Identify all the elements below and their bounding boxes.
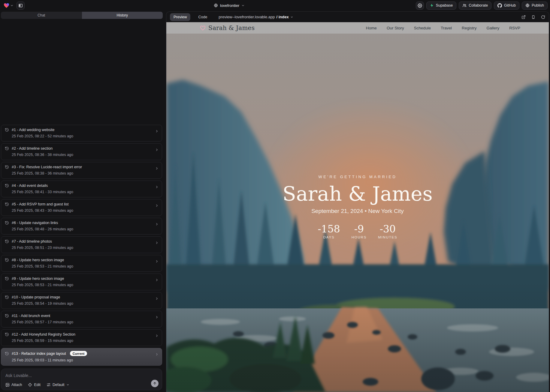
hero-section: WE'RE GETTING MARRIED Sarah & James Sept…: [166, 175, 549, 239]
target-icon: [28, 383, 32, 387]
site-nav-schedule[interactable]: Schedule: [414, 26, 431, 30]
chevron-down-icon: [10, 4, 14, 7]
history-icon: [5, 165, 9, 169]
history-list-item[interactable]: #1 - Add wedding website 25 Feb 2025, 08…: [1, 125, 162, 142]
chevron-right-icon: [155, 204, 159, 208]
countdown: -158DAYS-9HOURS-30MINUTES: [166, 224, 549, 239]
history-icon: [5, 332, 9, 337]
mode-select[interactable]: Default: [47, 383, 69, 387]
chevron-down-icon: [241, 4, 245, 7]
preview-url[interactable]: preview--lovefrontier.lovable.app / inde…: [219, 15, 293, 19]
hero-subtitle: September 21, 2024 • New York City: [166, 208, 549, 214]
site-nav-home[interactable]: Home: [366, 26, 377, 30]
chevron-right-icon: [155, 315, 159, 319]
preview-url-path: / index: [277, 15, 289, 19]
attach-button[interactable]: Attach: [5, 383, 22, 387]
history-icon: [5, 128, 9, 132]
history-list-item[interactable]: #4 - Add event details 25 Feb 2025, 08:4…: [1, 181, 162, 197]
history-icon: [5, 277, 9, 281]
chevron-right-icon: [155, 297, 159, 301]
history-item-timestamp: 25 Feb 2025, 09:03 - 11 minutes ago: [5, 358, 153, 362]
send-button[interactable]: [151, 380, 159, 387]
history-list-item[interactable]: #13 - Refactor index page layout Current…: [1, 348, 162, 366]
supabase-icon: [430, 3, 434, 7]
history-item-title: #5 - Add RSVP form and guest list: [12, 202, 68, 206]
refresh-icon[interactable]: [541, 15, 545, 19]
chevron-right-icon: [155, 166, 159, 170]
site-nav-registry[interactable]: Registry: [462, 26, 477, 30]
settings-button[interactable]: [416, 1, 424, 10]
edit-button[interactable]: Edit: [28, 383, 41, 387]
history-item-title: #7 - Add timeline photos: [12, 239, 52, 244]
mobile-view-icon[interactable]: [531, 15, 535, 19]
hero-eyebrow: WE'RE GETTING MARRIED: [166, 175, 549, 179]
globe-icon: [525, 3, 530, 7]
project-switcher[interactable]: lovefrontier: [214, 0, 245, 11]
history-item-timestamp: 25 Feb 2025, 08:59 - 15 minutes ago: [5, 339, 153, 343]
countdown-value: -9: [352, 224, 367, 234]
sidebar-toggle-button[interactable]: [17, 1, 25, 10]
history-list-item[interactable]: #2 - Add timeline section 25 Feb 2025, 0…: [1, 143, 162, 160]
collaborate-label: Collaborate: [469, 3, 488, 7]
history-item-timestamp: 25 Feb 2025, 08:43 - 30 minutes ago: [5, 208, 153, 213]
tab-history[interactable]: History: [82, 12, 163, 19]
countdown-label: MINUTES: [378, 235, 397, 239]
history-list-item[interactable]: #7 - Add timeline photos 25 Feb 2025, 08…: [1, 236, 162, 253]
history-item-title: #2 - Add timeline section: [12, 146, 53, 151]
history-list-item[interactable]: #11 - Add brunch event 25 Feb 2025, 08:5…: [1, 311, 162, 328]
history-list-item[interactable]: #9 - Update hero section image 25 Feb 20…: [1, 274, 162, 290]
history-list-item[interactable]: #8 - Update hero section image 25 Feb 20…: [1, 255, 162, 272]
history-item-title: #11 - Add brunch event: [12, 314, 50, 318]
countdown-value: -30: [378, 224, 397, 234]
history-icon: [5, 239, 9, 244]
tab-chat[interactable]: Chat: [1, 12, 82, 19]
preview-panel: Preview Code preview--lovefrontier.lovab…: [166, 11, 549, 392]
github-button[interactable]: GitHub: [494, 1, 519, 10]
countdown-item: -158DAYS: [318, 224, 340, 239]
history-item-title: #3 - Fix: Resolve Lucide-react import er…: [12, 165, 82, 169]
lovable-logo-menu[interactable]: [2, 2, 15, 9]
countdown-value: -158: [318, 224, 340, 234]
site-navbar: Sarah & James HomeOur StoryScheduleTrave…: [166, 22, 549, 34]
history-list-item[interactable]: #5 - Add RSVP form and guest list 25 Feb…: [1, 199, 162, 216]
publish-button[interactable]: Publish: [522, 1, 548, 10]
history-item-title: #1 - Add wedding website: [12, 128, 54, 132]
history-item-title: #13 - Refactor index page layout: [12, 352, 66, 356]
history-item-title: #9 - Update hero section image: [12, 277, 64, 281]
tab-preview[interactable]: Preview: [170, 13, 190, 21]
chevron-right-icon: [155, 352, 159, 356]
site-logo[interactable]: Sarah & James: [200, 24, 255, 31]
site-logo-text: Sarah & James: [208, 24, 255, 31]
preview-url-host: preview--lovefrontier.lovable.app: [219, 15, 275, 19]
history-item-timestamp: 25 Feb 2025, 08:54 - 19 minutes ago: [5, 301, 153, 306]
countdown-label: HOURS: [352, 235, 367, 239]
supabase-button[interactable]: Supabase: [426, 1, 456, 10]
ask-lovable-input[interactable]: [5, 373, 134, 378]
supabase-label: Supabase: [436, 3, 453, 7]
history-list-item[interactable]: #12 - Add Honeyfund Registry Section 25 …: [1, 329, 162, 346]
history-item-timestamp: 25 Feb 2025, 08:36 - 38 minutes ago: [5, 153, 153, 157]
history-item-timestamp: 25 Feb 2025, 08:48 - 26 minutes ago: [5, 227, 153, 231]
tab-code[interactable]: Code: [195, 13, 211, 21]
history-icon: [5, 258, 9, 262]
github-label: GitHub: [504, 3, 516, 7]
history-list-item[interactable]: #6 - Update navigation links 25 Feb 2025…: [1, 218, 162, 235]
chevron-right-icon: [155, 259, 159, 263]
site-nav-our-story[interactable]: Our Story: [387, 26, 404, 30]
mode-label: Default: [53, 383, 65, 387]
edit-label: Edit: [34, 383, 41, 387]
globe-icon: [214, 3, 218, 7]
open-external-icon[interactable]: [521, 15, 526, 19]
gear-icon: [418, 3, 422, 8]
history-icon: [5, 184, 9, 188]
preview-header: Preview Code preview--lovefrontier.lovab…: [166, 12, 549, 22]
chevron-right-icon: [155, 185, 159, 189]
collaborate-button[interactable]: Collaborate: [459, 1, 491, 10]
history-list-item[interactable]: #3 - Fix: Resolve Lucide-react import er…: [1, 162, 162, 179]
site-nav-rsvp[interactable]: RSVP: [509, 26, 520, 30]
site-nav-gallery[interactable]: Gallery: [486, 26, 499, 30]
site-nav-travel[interactable]: Travel: [441, 26, 452, 30]
hero-title: Sarah & James: [166, 183, 549, 205]
history-item-timestamp: 25 Feb 2025, 08:22 - 52 minutes ago: [5, 134, 153, 138]
history-list-item[interactable]: #10 - Update proposal image 25 Feb 2025,…: [1, 292, 162, 309]
